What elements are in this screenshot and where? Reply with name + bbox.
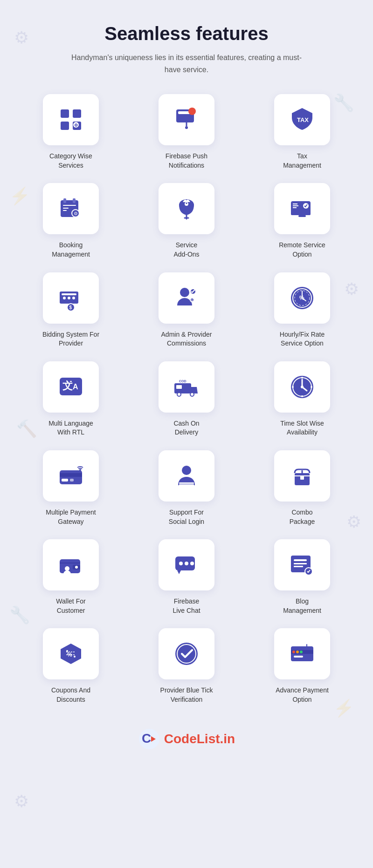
commissions-icon: ⚙ xyxy=(173,284,200,312)
feature-label-advance-payment: Advance PaymentOption xyxy=(276,686,329,704)
feature-card-blog-management xyxy=(274,539,330,590)
footer-brand-code: Code xyxy=(164,732,197,746)
feature-card-admin-provider-commissions: ⚙ xyxy=(159,272,214,324)
tax-icon: TAX xyxy=(288,106,316,134)
svg-point-64 xyxy=(182,466,191,475)
svg-rect-1 xyxy=(73,109,81,118)
feature-label-time-slot-availability: Time Slot WiseAvailability xyxy=(280,419,324,437)
booking-icon: ⚙ xyxy=(57,195,85,223)
deco-gear-4: ⚙ xyxy=(14,792,29,811)
bidding-icon: $ xyxy=(57,284,85,312)
svg-point-84 xyxy=(74,656,76,658)
svg-point-90 xyxy=(296,651,299,653)
svg-rect-24 xyxy=(298,215,306,217)
svg-point-33 xyxy=(72,297,75,299)
cod-icon: COD xyxy=(173,373,200,401)
svg-text:$: $ xyxy=(69,305,72,310)
timeslot-icon xyxy=(288,373,316,401)
feature-item-hourly-fix-rate: % Hourly/Fix RateService Option xyxy=(250,272,354,348)
feature-label-provider-blue-tick: Provider Blue TickVerification xyxy=(160,686,213,704)
svg-rect-23 xyxy=(291,213,311,215)
svg-point-75 xyxy=(185,562,188,565)
svg-rect-61 xyxy=(62,479,68,481)
feature-card-provider-blue-tick xyxy=(159,628,214,679)
social-icon xyxy=(173,462,200,490)
svg-point-32 xyxy=(68,297,70,299)
feature-item-advance-payment: Advance PaymentOption xyxy=(250,628,354,704)
svg-rect-16 xyxy=(63,210,67,211)
footer: C CodeList.in xyxy=(138,728,235,750)
feature-item-cash-on-delivery: COD Cash OnDelivery xyxy=(134,361,239,437)
chat-icon xyxy=(173,551,200,579)
svg-point-72 xyxy=(65,566,69,571)
feature-card-remote-service-option xyxy=(274,183,330,234)
svg-text:⚙: ⚙ xyxy=(74,123,78,128)
feature-label-hourly-fix-rate: Hourly/Fix RateService Option xyxy=(280,330,325,348)
svg-rect-14 xyxy=(63,205,76,206)
payment-icon xyxy=(57,462,85,490)
svg-rect-30 xyxy=(62,293,76,295)
svg-rect-59 xyxy=(60,470,82,484)
svg-point-54 xyxy=(301,386,304,388)
svg-rect-66 xyxy=(179,484,194,486)
remote-icon xyxy=(288,195,316,223)
svg-point-8 xyxy=(188,108,196,115)
feature-card-category-wise-services: ⚙ xyxy=(43,94,99,145)
footer-brand-domain: .in xyxy=(220,732,235,746)
feature-item-provider-blue-tick: Provider Blue TickVerification xyxy=(134,628,239,704)
svg-point-31 xyxy=(63,297,66,299)
svg-rect-65 xyxy=(179,482,194,484)
feature-card-wallet-customer xyxy=(43,539,99,590)
svg-rect-80 xyxy=(294,566,303,567)
feature-item-support-social-login: Support ForSocial Login xyxy=(134,450,239,526)
combo-icon xyxy=(288,462,316,490)
wallet-icon xyxy=(57,551,85,579)
svg-text:A: A xyxy=(73,383,78,391)
svg-rect-0 xyxy=(61,109,69,118)
feature-card-firebase-push-notifications xyxy=(159,94,214,145)
feature-label-service-addons: ServiceAdd-Ons xyxy=(173,241,199,259)
blog-icon xyxy=(288,551,316,579)
svg-text:TAX: TAX xyxy=(297,116,309,123)
svg-rect-2 xyxy=(61,122,69,130)
feature-item-category-wise-services: ⚙ Category WiseServices xyxy=(19,94,123,170)
feature-card-support-social-login xyxy=(159,450,214,502)
svg-text:C: C xyxy=(142,731,151,746)
feature-label-remote-service-option: Remote ServiceOption xyxy=(279,241,325,259)
svg-rect-79 xyxy=(294,563,307,564)
feature-card-multiple-payment-gateway xyxy=(43,450,99,502)
footer-logo: C CodeList.in xyxy=(138,728,235,750)
feature-item-wallet-customer: Wallet ForCustomer xyxy=(19,539,123,615)
category-icon: ⚙ xyxy=(57,106,85,134)
feature-item-admin-provider-commissions: ⚙ Admin & ProviderCommissions xyxy=(134,272,239,348)
svg-point-71 xyxy=(75,566,78,569)
svg-point-9 xyxy=(185,126,188,129)
feature-card-service-addons xyxy=(159,183,214,234)
feature-item-tax-management: TAX TaxManagement xyxy=(250,94,354,170)
svg-point-57 xyxy=(292,386,294,388)
svg-text:%: % xyxy=(67,651,72,658)
feature-item-multiple-payment-gateway: Multiple PaymentGateway xyxy=(19,450,123,526)
svg-text:⚙: ⚙ xyxy=(74,211,78,216)
footer-brand-text: CodeList.in xyxy=(164,732,235,746)
feature-label-combo-package: ComboPackage xyxy=(290,508,315,526)
feature-label-tax-management: TaxManagement xyxy=(283,152,321,170)
svg-text:COD: COD xyxy=(179,380,186,383)
svg-text:⚙: ⚙ xyxy=(191,299,193,302)
feature-item-time-slot-availability: Time Slot WiseAvailability xyxy=(250,361,354,437)
verification-icon xyxy=(173,640,200,668)
addons-icon xyxy=(173,195,200,223)
feature-label-firebase-live-chat: FirebaseLive Chat xyxy=(173,597,200,615)
feature-item-booking-management: ⚙ BookingManagement xyxy=(19,183,123,259)
feature-label-bidding-system: Bidding System ForProvider xyxy=(42,330,99,348)
feature-label-cash-on-delivery: Cash OnDelivery xyxy=(173,419,199,437)
feature-item-coupons-discounts: % Coupons AndDiscounts xyxy=(19,628,123,704)
svg-rect-48 xyxy=(176,385,182,389)
feature-label-multiple-payment-gateway: Multiple PaymentGateway xyxy=(46,508,96,526)
rate-icon: % xyxy=(288,284,316,312)
svg-point-36 xyxy=(180,288,189,297)
svg-point-56 xyxy=(301,395,303,397)
features-grid: ⚙ Category WiseServices Firebase PushNot… xyxy=(19,94,354,704)
feature-card-firebase-live-chat xyxy=(159,539,214,590)
feature-card-combo-package xyxy=(274,450,330,502)
